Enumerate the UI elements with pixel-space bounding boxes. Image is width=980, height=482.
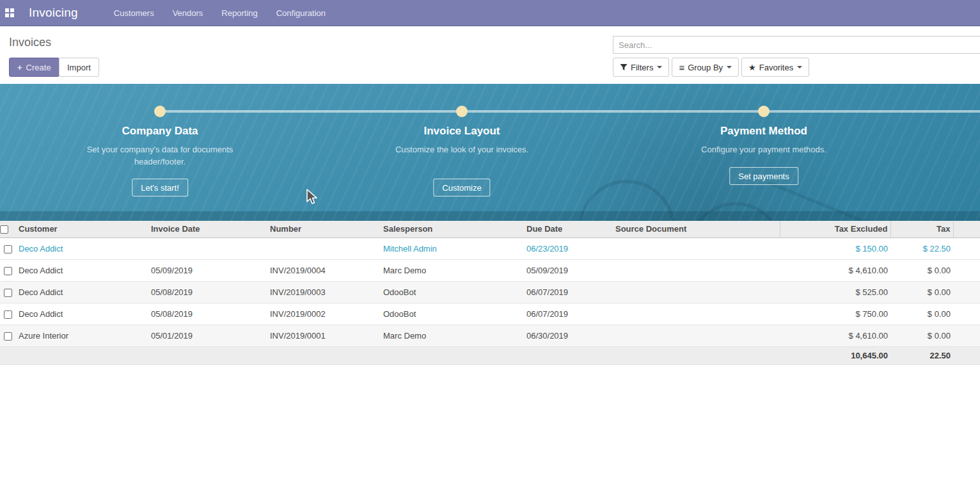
cell-tax[interactable]: $ 0.00 [890, 259, 953, 281]
menu-configuration[interactable]: Configuration [276, 8, 326, 18]
table-row[interactable]: Deco Addict 05/08/2019 INV/2019/0002 Odo… [0, 303, 980, 325]
cell-tax-excluded[interactable]: $ 4,610.00 [780, 325, 890, 346]
favorites-button[interactable]: ★ Favorites [741, 58, 809, 77]
eyeglasses-lens-decoration [688, 202, 784, 221]
cell-number[interactable]: INV/2019/0004 [267, 259, 381, 281]
invoice-table-body: Deco Addict Mitchell Admin 06/23/2019 $ … [0, 237, 980, 346]
cell-invoice-date[interactable]: 05/01/2019 [148, 325, 267, 346]
chevron-down-icon [797, 66, 802, 68]
col-header-tax[interactable]: Tax [890, 221, 953, 237]
app-brand-title[interactable]: Invoicing [29, 6, 78, 20]
total-tax-excluded: 10,645.00 [780, 346, 890, 364]
cell-invoice-date[interactable]: 05/08/2019 [148, 303, 267, 325]
row-checkbox[interactable] [4, 332, 12, 341]
cell-salesperson[interactable]: Marc Demo [381, 325, 524, 346]
search-input[interactable] [613, 36, 980, 54]
select-all-checkbox[interactable] [0, 225, 8, 234]
filters-button[interactable]: Filters [613, 58, 669, 77]
cell-trailing [953, 237, 980, 259]
table-row[interactable]: Deco Addict 05/08/2019 INV/2019/0003 Odo… [0, 281, 980, 303]
cell-customer[interactable]: Azure Interior [16, 325, 148, 346]
set-payments-button[interactable]: Set payments [729, 167, 798, 185]
totals-row: 10,645.00 22.50 [0, 346, 980, 364]
cell-customer[interactable]: Deco Addict [16, 237, 148, 259]
row-checkbox-cell [0, 237, 16, 259]
cell-due-date[interactable]: 06/23/2019 [524, 237, 613, 259]
menu-reporting[interactable]: Reporting [221, 8, 257, 18]
invoicing-app-window: Invoicing Customers Vendors Reporting Co… [0, 0, 980, 482]
cell-invoice-date[interactable]: 05/09/2019 [148, 259, 267, 281]
cell-invoice-date[interactable] [148, 237, 267, 259]
cell-salesperson[interactable]: OdooBot [381, 281, 524, 303]
table-row[interactable]: Azure Interior 05/01/2019 INV/2019/0001 … [0, 325, 980, 346]
step-description: Customize the look of your invoices. [382, 143, 542, 156]
row-checkbox[interactable] [4, 245, 12, 253]
cell-salesperson[interactable]: OdooBot [381, 303, 524, 325]
chevron-down-icon [657, 66, 662, 68]
cell-due-date[interactable]: 06/07/2019 [524, 281, 613, 303]
cell-customer[interactable]: Deco Addict [16, 281, 148, 303]
cell-trailing [953, 281, 980, 303]
cell-number[interactable]: INV/2019/0002 [267, 303, 381, 325]
row-checkbox-cell [0, 259, 16, 281]
create-button[interactable]: + Create [9, 58, 59, 77]
import-button[interactable]: Import [59, 58, 99, 77]
cell-tax[interactable]: $ 0.00 [890, 303, 953, 325]
row-checkbox[interactable] [4, 267, 12, 275]
table-row[interactable]: Deco Addict 05/09/2019 INV/2019/0004 Mar… [0, 259, 980, 281]
cell-number[interactable]: INV/2019/0003 [267, 281, 381, 303]
row-checkbox[interactable] [4, 310, 12, 319]
col-header-tax-excluded[interactable]: Tax Excluded [780, 221, 890, 237]
col-header-source-document[interactable]: Source Document [613, 221, 780, 237]
chevron-down-icon [727, 66, 732, 68]
group-by-bars-icon: ≡ [679, 63, 684, 72]
table-header-row: Customer Invoice Date Number Salesperson… [0, 221, 980, 237]
step-dot-icon [154, 106, 166, 117]
cell-source-document[interactable] [613, 259, 780, 281]
lets-start-button[interactable]: Let's start! [132, 179, 188, 197]
cell-customer[interactable]: Deco Addict [16, 303, 148, 325]
cell-salesperson[interactable]: Marc Demo [381, 259, 524, 281]
cell-trailing [953, 259, 980, 281]
col-header-number[interactable]: Number [267, 221, 381, 237]
col-header-customer[interactable]: Customer [16, 221, 148, 237]
row-checkbox[interactable] [4, 289, 12, 297]
apps-grid-icon[interactable] [5, 8, 15, 18]
cell-due-date[interactable]: 05/09/2019 [524, 259, 613, 281]
cell-tax-excluded[interactable]: $ 525.00 [780, 281, 890, 303]
cell-number[interactable] [267, 237, 381, 259]
cell-tax[interactable]: $ 0.00 [890, 281, 953, 303]
search-filter-bar: Filters ≡ Group By ★ Favorites [613, 58, 812, 77]
eyeglasses-lens-decoration [579, 180, 675, 221]
step-dot-icon [758, 106, 770, 117]
col-header-salesperson[interactable]: Salesperson [381, 221, 524, 237]
menu-customers[interactable]: Customers [114, 8, 154, 18]
step-title: Payment Method [661, 125, 866, 138]
col-header-due-date[interactable]: Due Date [524, 221, 613, 237]
cell-tax-excluded[interactable]: $ 750.00 [780, 303, 890, 325]
table-row[interactable]: Deco Addict Mitchell Admin 06/23/2019 $ … [0, 237, 980, 259]
menu-vendors[interactable]: Vendors [173, 8, 203, 18]
cell-tax[interactable]: $ 0.00 [890, 325, 953, 346]
cell-tax-excluded[interactable]: $ 150.00 [780, 237, 890, 259]
cell-salesperson[interactable]: Mitchell Admin [381, 237, 524, 259]
step-description: Configure your payment methods. [684, 143, 844, 156]
cell-due-date[interactable]: 06/30/2019 [524, 325, 613, 346]
cell-invoice-date[interactable]: 05/08/2019 [148, 281, 267, 303]
cell-tax-excluded[interactable]: $ 4,610.00 [780, 259, 890, 281]
cell-source-document[interactable] [613, 325, 780, 346]
cell-number[interactable]: INV/2019/0001 [267, 325, 381, 346]
col-header-trailing [953, 221, 980, 237]
group-by-button[interactable]: ≡ Group By [672, 58, 739, 77]
cell-source-document[interactable] [613, 237, 780, 259]
customize-button[interactable]: Customize [433, 179, 490, 197]
cell-due-date[interactable]: 06/07/2019 [524, 303, 613, 325]
cell-source-document[interactable] [613, 281, 780, 303]
cell-source-document[interactable] [613, 303, 780, 325]
row-checkbox-cell [0, 325, 16, 346]
cell-tax[interactable]: $ 22.50 [890, 237, 953, 259]
col-header-invoice-date[interactable]: Invoice Date [148, 221, 267, 237]
cell-customer[interactable]: Deco Addict [16, 259, 148, 281]
onboarding-banner: Company Data Set your company's data for… [0, 84, 980, 221]
invoice-list-table: Customer Invoice Date Number Salesperson… [0, 221, 980, 365]
